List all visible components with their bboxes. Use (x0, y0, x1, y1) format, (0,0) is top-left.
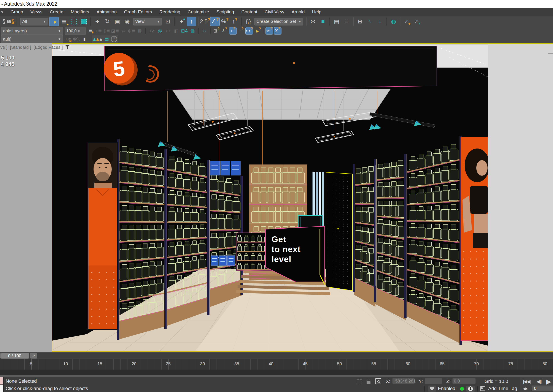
create-container-button[interactable]: +≋≋ (64, 35, 72, 43)
time-slider-handle[interactable]: 0 / 100 (0, 353, 29, 358)
select-and-rotate-button[interactable]: ↻ (103, 17, 112, 26)
security-shield-button[interactable] (428, 385, 436, 392)
select-and-manipulate-button[interactable]: +■ (177, 17, 186, 26)
select-and-move-button[interactable]: + (93, 17, 102, 26)
menu-item-help[interactable]: Help (308, 8, 325, 16)
viewport-label[interactable]: ve ][Standard ][Edged Faces ] (0, 45, 72, 50)
maxscript-mini-listener-pink[interactable] (0, 377, 3, 385)
toggle-layer-explorer-button[interactable]: ≣ (342, 17, 351, 26)
paint-select-icon[interactable]: ◧ (172, 27, 180, 35)
viewport-renderer-label[interactable]: [Standard ] (10, 45, 31, 50)
container-dropdown[interactable]: ault)▼ (1, 35, 63, 43)
menu-item-graph-editors[interactable]: Graph Editors (120, 8, 156, 16)
toggle-scene-explorer-button[interactable]: ▤ (332, 17, 341, 26)
grid-align-icon[interactable]: ⊞A (181, 27, 188, 35)
snap-midpoint-button[interactable]: ⊶? (245, 27, 253, 35)
menu-item-modifiers[interactable]: Modifiers (67, 8, 93, 16)
select-and-scale-button[interactable]: ▣ (113, 17, 122, 26)
create-layer-button[interactable]: +≣ (95, 27, 103, 35)
snaps-freeze-button[interactable]: ✳? (265, 27, 273, 35)
spinner-snap-toggle-button[interactable]: ↕? (230, 17, 240, 26)
percent-snap-toggle-button[interactable]: %? (220, 17, 230, 26)
add-selection-to-layer-button[interactable]: ◪≣ (111, 27, 119, 35)
material-editor-button[interactable]: ◍ (389, 17, 398, 26)
menu-item-arnold[interactable]: Arnold (288, 8, 308, 16)
render-production-button[interactable]: ♨✱ (403, 17, 412, 26)
perspective-viewport[interactable]: 5Getto nextlevel (52, 44, 488, 352)
menu-item-rendering[interactable]: Rendering (156, 8, 184, 16)
window-crossing-toggle-button[interactable] (79, 17, 89, 26)
viewport-background-right[interactable] (488, 43, 553, 352)
render-iterative-button[interactable]: ♨⚡ (412, 17, 422, 26)
y-coordinate-field[interactable] (425, 378, 442, 384)
frame-spinner-arrows[interactable]: ◀▶ (523, 386, 527, 391)
render-setup-button[interactable]: ↓ (375, 17, 385, 26)
use-pivot-point-center-button[interactable]: ⊡ (163, 17, 173, 26)
next-frame-button[interactable]: > (30, 353, 37, 358)
vegetation-trees-icon[interactable]: ▲▲▲ (93, 35, 102, 43)
menu-item-animation[interactable]: Animation (93, 8, 120, 16)
edit-named-selection-sets-button[interactable]: {,} (244, 17, 253, 26)
layer-properties-button[interactable]: ⊠ (136, 27, 144, 35)
current-frame-field[interactable]: 0 (532, 385, 553, 391)
menu-item-create[interactable]: Create (46, 8, 67, 16)
reference-coordinate-dropdown[interactable]: View▼ (133, 18, 162, 26)
delete-layer-button[interactable]: ▯≣ (103, 27, 111, 35)
rectangular-selection-region-button[interactable] (69, 17, 79, 26)
use-selection-center-icon[interactable]: ◎ (156, 27, 164, 35)
soft-selection-icon[interactable]: ◌ (201, 27, 208, 35)
measure-tool-icon[interactable]: ▥ (189, 27, 197, 35)
bind-to-space-warp-icon[interactable]: ≋§ (6, 17, 15, 26)
spinner-arrows-icon[interactable]: ▲▼ (78, 29, 80, 33)
z-coordinate-field[interactable]: 0,0 (452, 378, 476, 384)
menu-item-group[interactable]: Group (7, 8, 27, 16)
add-time-tag-button[interactable]: Add Time Tag (488, 386, 517, 391)
range-band[interactable] (0, 375, 553, 377)
select-object-button[interactable]: ▲ (49, 17, 59, 26)
menu-item-views[interactable]: Views (27, 8, 46, 16)
layer-manager-button[interactable]: ≣✱ (87, 27, 94, 35)
track-bar[interactable]: 5101520253035404550556065707580 (0, 359, 553, 370)
selection-region-icon[interactable] (357, 379, 362, 384)
viewport-pov-label[interactable]: ve ] (0, 45, 7, 50)
named-selection-sets-dropdown[interactable]: Create Selection Set▼ (255, 18, 303, 26)
previous-frame-button[interactable]: ◀|| (534, 379, 544, 385)
viewport-filter-icon[interactable] (65, 45, 70, 49)
track-bar-range[interactable] (0, 370, 553, 377)
play-button[interactable]: ▶ (544, 378, 553, 385)
help-icon[interactable]: ? (111, 36, 117, 42)
menu-item-civil-view[interactable]: Civil View (261, 8, 288, 16)
align-button[interactable]: ≡ (318, 17, 328, 26)
enabled-count-badge[interactable]: 1 (466, 386, 475, 392)
local-content-icon[interactable]: ▮ (81, 35, 88, 43)
menu-item-customize[interactable]: Customize (184, 8, 213, 16)
keyboard-shortcut-override-button[interactable]: ↑ (187, 17, 196, 26)
snap-xy-button[interactable]: X? (274, 27, 282, 35)
mini-listener-splitter[interactable] (3, 377, 4, 392)
select-objects-in-layer-button[interactable]: ≋ (120, 27, 127, 35)
absolute-mode-transform-icon[interactable] (376, 378, 381, 384)
menu-item-s[interactable]: s (0, 8, 7, 16)
selection-lock-icon[interactable] (366, 379, 371, 384)
snap-pivot-icon[interactable]: ⅄? (221, 27, 228, 35)
selection-filter-dropdown[interactable]: All▼ (20, 18, 48, 26)
schematic-view-button[interactable]: ⊞ (355, 17, 365, 26)
time-slider-track[interactable] (0, 353, 553, 358)
viewport-shading-label[interactable]: [Edged Faces ] (34, 45, 63, 50)
menu-item-scripting[interactable]: Scripting (213, 8, 238, 16)
snap-cursor-button[interactable]: ▲? (254, 27, 261, 35)
mirror-button[interactable]: ⋈ (308, 17, 318, 26)
snaps-toggle-button[interactable]: 2.5? (200, 17, 210, 26)
inherit-container-button[interactable]: �). (72, 35, 80, 43)
menu-item-content[interactable]: Content (238, 8, 261, 16)
go-to-start-button[interactable]: |◀◀ (521, 379, 532, 385)
viewport-zone[interactable]: 5Getto nextlevel ve ][Standard ][Edged F… (0, 43, 553, 352)
transform-gizmo-icon[interactable]: ○↗ (148, 27, 156, 35)
select-and-place-button[interactable]: ◉ (122, 17, 132, 26)
snap-grid-points-icon[interactable]: ⊞? (213, 27, 220, 35)
snap-vertex-button[interactable]: +? (229, 27, 237, 35)
curve-editor-button[interactable]: ≈ (365, 17, 375, 26)
layer-list-dropdown[interactable]: able Layers)▼ (1, 27, 63, 35)
select-by-name-button[interactable]: ▤▲ (59, 17, 69, 26)
select-and-link-icon[interactable]: § (0, 17, 5, 26)
